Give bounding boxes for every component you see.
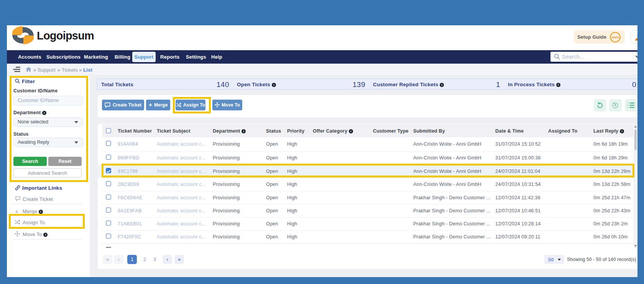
svg-text:100%: 100%: [611, 36, 619, 39]
